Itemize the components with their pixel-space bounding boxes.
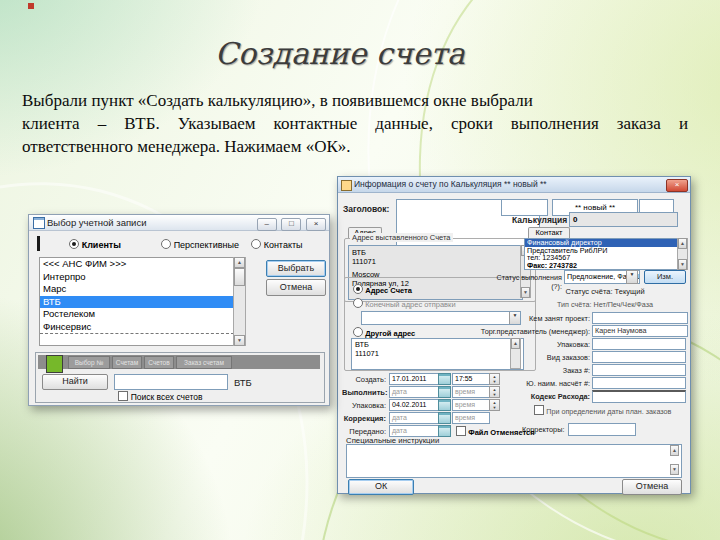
radio-other-address[interactable]: Другой адрес: [353, 327, 415, 338]
scroll-down-icon[interactable]: ▼: [678, 259, 687, 270]
spinner-icon[interactable]: ▲▼: [489, 373, 500, 385]
green-tab-icon[interactable]: [46, 355, 63, 373]
find-button[interactable]: Найти: [42, 374, 108, 390]
scroll-down-icon[interactable]: ▼: [234, 335, 245, 346]
date-input[interactable]: дата: [389, 386, 439, 398]
time-input[interactable]: время: [452, 399, 490, 411]
maximize-icon[interactable]: □: [281, 218, 301, 231]
list-item[interactable]: <<< АНС ФИМ >>>: [40, 258, 234, 271]
checkbox-label: При определении даты план. заказов: [546, 407, 671, 416]
scroll-up-icon[interactable]: ▲: [670, 445, 679, 456]
date-input[interactable]: 17.01.2011: [389, 373, 439, 385]
client-hint: ВТБ: [234, 377, 252, 388]
dialog-title: Выбор учетной записи: [47, 217, 146, 228]
contacts-list[interactable]: Финансовый директор Представитель РибЛРИ…: [524, 238, 679, 270]
corrector-input[interactable]: [568, 423, 636, 436]
dialog-titlebar[interactable]: Информация о счету по Калькуляция ** нов…: [338, 177, 690, 193]
field-label: Торг.представитель (менеджер):: [460, 327, 590, 336]
ok-button[interactable]: ОК: [348, 479, 414, 495]
calendar-icon[interactable]: [438, 425, 451, 437]
dialog-titlebar[interactable]: Выбор учетной записи – □ ×: [29, 215, 329, 231]
date-row: Упаковка: 04.02.2011 время ▲▼: [342, 399, 514, 411]
find-input[interactable]: [114, 374, 228, 390]
toolbar-button[interactable]: Заказ счетам: [176, 356, 232, 369]
radio-icon[interactable]: [353, 298, 363, 308]
radio-prospects[interactable]: Перспективные: [161, 239, 239, 250]
field-input[interactable]: [592, 351, 686, 363]
spinner-icon[interactable]: ▲▼: [489, 386, 500, 398]
list-item[interactable]: [40, 333, 234, 346]
calendar-icon[interactable]: [438, 386, 451, 398]
spinner-icon[interactable]: ▲▼: [489, 399, 500, 411]
calc-number-field: 0: [569, 212, 678, 227]
field-label: Вид заказов:: [460, 353, 590, 362]
red-marker: [28, 3, 34, 9]
checkbox-icon[interactable]: [534, 405, 544, 415]
checkbox-icon[interactable]: [118, 391, 128, 401]
radio-account-address[interactable]: Адрес Счета: [353, 284, 412, 295]
close-icon[interactable]: ×: [306, 218, 326, 231]
close-icon[interactable]: ×: [666, 179, 688, 192]
instructions-scrollbar[interactable]: ▲ ▼: [670, 445, 679, 475]
toolbar-button[interactable]: Счетам: [112, 356, 142, 369]
radio-icon[interactable]: [353, 284, 363, 294]
time-input[interactable]: время: [452, 412, 490, 424]
radio-label: Другой адрес: [365, 329, 415, 338]
order-cancelled-checkbox[interactable]: Файл Отменяется: [456, 426, 535, 437]
list-item[interactable]: Марс: [40, 283, 234, 296]
status-line: Статус счёта: Текущий: [524, 287, 686, 296]
contacts-scrollbar[interactable]: ▲ ▼: [677, 238, 688, 270]
cancel-button[interactable]: Отмена: [266, 279, 326, 296]
toolbar-button[interactable]: Выбор №: [68, 356, 110, 369]
checkbox-icon[interactable]: [456, 426, 466, 436]
search-all-checkbox[interactable]: Поиск всех счетов: [118, 391, 202, 402]
account-select-dialog: Выбор учетной записи – □ × Клиенты Персп…: [28, 214, 330, 406]
radio-icon[interactable]: [353, 327, 363, 337]
field-input[interactable]: [592, 338, 686, 350]
contact-line[interactable]: Факс: 2743782: [525, 262, 678, 270]
cancel-button[interactable]: Отмена: [622, 479, 682, 495]
field-input[interactable]: [592, 312, 688, 324]
radio-clients[interactable]: Клиенты: [69, 239, 121, 250]
select-button[interactable]: Выбрать: [266, 260, 326, 277]
calendar-icon[interactable]: [438, 373, 451, 385]
list-item[interactable]: Ростелеком: [40, 308, 234, 321]
scrollbar-thumb[interactable]: [234, 268, 245, 286]
field-label: Упаковка:: [460, 340, 590, 349]
chevron-down-icon[interactable]: ▼: [626, 270, 638, 284]
date-label: Создать:: [342, 375, 386, 384]
special-instructions-textarea[interactable]: [346, 444, 682, 478]
list-item-selected[interactable]: ВТБ: [40, 296, 234, 309]
slide-canvas: Создание счета Выбрали пункт «Создать ка…: [0, 0, 720, 540]
edit-status-button[interactable]: Изм.: [644, 270, 686, 284]
date-input[interactable]: дата: [389, 412, 439, 424]
scroll-up-icon[interactable]: ▲: [234, 257, 245, 268]
radio-label: Контакты: [264, 240, 303, 250]
field-input[interactable]: [592, 364, 686, 376]
scroll-up-icon[interactable]: ▲: [678, 238, 687, 249]
list-item[interactable]: Финсервис: [40, 321, 234, 334]
radio-label: Конечный адрес отправки: [365, 300, 455, 309]
time-input[interactable]: время: [452, 386, 490, 398]
header-box-1[interactable]: [501, 199, 548, 216]
radio-icon[interactable]: [69, 239, 79, 249]
accounts-list[interactable]: <<< АНС ФИМ >>> Интерпро Марс ВТБ Ростел…: [39, 257, 235, 346]
radio-icon[interactable]: [161, 239, 171, 249]
list-item[interactable]: Интерпро: [40, 271, 234, 284]
field-input[interactable]: [592, 377, 686, 389]
scroll-down-icon[interactable]: ▼: [670, 464, 679, 475]
field-input[interactable]: [592, 390, 686, 403]
toolbar-button[interactable]: Счетов: [144, 356, 174, 369]
radio-icon[interactable]: [251, 239, 261, 249]
list-scrollbar[interactable]: ▲ ▼: [233, 257, 246, 346]
minimize-icon[interactable]: –: [257, 218, 277, 231]
field-input[interactable]: Карен Наумова: [592, 325, 688, 337]
calendar-icon[interactable]: [438, 412, 451, 424]
date-plan-checkbox[interactable]: При определении даты план. заказов: [534, 405, 671, 416]
date-input[interactable]: 04.02.2011: [389, 399, 439, 411]
calendar-icon[interactable]: [438, 399, 451, 411]
radio-contacts[interactable]: Контакты: [251, 239, 303, 250]
checkbox-label: Поиск всех счетов: [131, 392, 203, 402]
time-input[interactable]: 17:55: [452, 373, 490, 385]
radio-final-address[interactable]: Конечный адрес отправки: [353, 298, 456, 309]
